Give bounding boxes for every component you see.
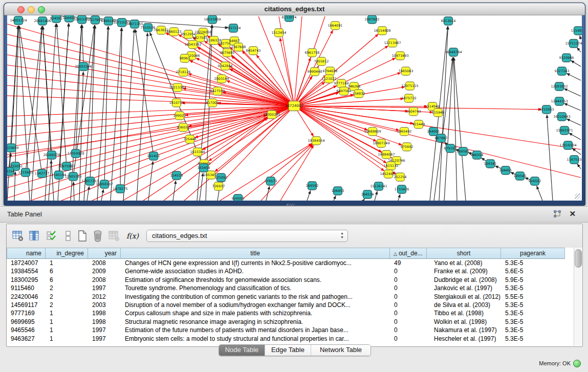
table-row[interactable]: 1872400712008Changes of HCN gene express… <box>7 259 574 267</box>
table-row[interactable]: 946554611997Estimation of the future num… <box>7 326 574 334</box>
window-titlebar[interactable]: citations_edges.txt <box>4 3 585 15</box>
table-cell-short[interactable]: Tibbo et al. (1998) <box>427 309 501 317</box>
table-cell-short[interactable]: Franke et al. (2009) <box>427 267 501 275</box>
table-cell-year[interactable]: 1998 <box>88 309 121 317</box>
column-header-name[interactable]: name <box>7 248 46 259</box>
table-cell-short[interactable]: Dudbridge et al. (2008) <box>427 276 501 284</box>
table-row[interactable]: 1830029562008Estimation of significance … <box>7 276 574 284</box>
table-cell-title[interactable]: Corpus callosum shape and size in male p… <box>121 309 390 317</box>
table-cell-title[interactable]: Structural magnetic resonance image aver… <box>121 318 390 326</box>
table-select-dropdown[interactable]: citations_edges.txt ▲▼ <box>146 230 348 242</box>
table-cell-pagerank[interactable]: 5.3E-5 <box>501 301 565 309</box>
table-cell-name[interactable]: 9463627 <box>7 335 46 343</box>
table-cell-name[interactable]: 9115460 <box>7 284 46 292</box>
table-cell-pagerank[interactable]: 5.3E-5 <box>501 335 565 343</box>
table-cell-out_de[interactable]: 0 <box>390 309 427 317</box>
table-cell-title[interactable]: Investigating the contribution of common… <box>121 293 390 301</box>
table-row[interactable]: 911546021997Tourette syndrome. Phenomeno… <box>7 284 574 292</box>
table-cell-pagerank[interactable]: 5.3E-5 <box>501 309 565 317</box>
table-cell-short[interactable]: Hescheler et al. (1997) <box>427 335 501 343</box>
table-cell-short[interactable]: Jankovic et al. (1997) <box>427 284 501 292</box>
table-columns-icon[interactable] <box>27 229 41 243</box>
column-header-title[interactable]: title <box>121 248 390 259</box>
table-cell-in_degree[interactable]: 1 <box>46 326 88 334</box>
table-cell-pagerank[interactable]: 5.3E-5 <box>501 318 565 326</box>
table-cell-in_degree[interactable]: 6 <box>46 276 88 284</box>
delete-icon[interactable] <box>91 229 105 243</box>
table-row[interactable]: 2242004622012Investigating the contribut… <box>7 293 574 301</box>
table-cell-year[interactable]: 2009 <box>88 267 121 275</box>
table-cell-in_degree[interactable]: 1 <box>46 309 88 317</box>
table-cell-year[interactable]: 2008 <box>88 276 121 284</box>
table-cell-pagerank[interactable]: 5.3E-5 <box>501 326 565 334</box>
table-cell-in_degree[interactable]: 2 <box>46 301 88 309</box>
table-cell-year[interactable]: 2012 <box>88 293 121 301</box>
column-header-short[interactable]: short <box>427 248 501 259</box>
table-settings-icon[interactable] <box>11 229 25 243</box>
table-cell-short[interactable]: Nakamura et al. (1997) <box>427 326 501 334</box>
table-cell-year[interactable]: 2008 <box>88 259 121 267</box>
table-row[interactable]: 946362711997Embryonic stem cells: a mode… <box>7 335 574 343</box>
table-row[interactable]: 977716911998Corpus callosum shape and si… <box>7 309 574 317</box>
table-row[interactable]: 969969511998Structural magnetic resonanc… <box>7 318 574 326</box>
table-cell-year[interactable]: 1997 <box>88 284 121 292</box>
table-cell-out_de[interactable]: 49 <box>390 259 427 267</box>
table-cell-in_degree[interactable]: 2 <box>46 293 88 301</box>
table-cell-name[interactable]: 19384554 <box>7 267 46 275</box>
table-cell-in_degree[interactable]: 2 <box>46 284 88 292</box>
table-vertical-scrollbar[interactable] <box>574 248 582 346</box>
table-cell-name[interactable]: 9777169 <box>7 309 46 317</box>
table-cell-year[interactable]: 1998 <box>88 318 121 326</box>
scrollbar-thumb[interactable] <box>575 249 582 268</box>
table-cell-title[interactable]: Changes of HCN gene expression and I(f) … <box>121 259 390 267</box>
table-cell-out_de[interactable]: 0 <box>390 293 427 301</box>
tab-network-table[interactable]: Network Table <box>311 345 371 356</box>
table-cell-short[interactable]: de Silva et al. (2003) <box>427 301 501 309</box>
network-canvas[interactable]: 1872400786601238912954182260589827503818… <box>7 15 582 201</box>
table-cell-name[interactable]: 18724007 <box>7 259 46 267</box>
table-cell-name[interactable]: 18300295 <box>7 276 46 284</box>
table-cell-name[interactable]: 14569117 <box>7 301 46 309</box>
table-cell-title[interactable]: Embryonic stem cells: a model to study s… <box>121 335 390 343</box>
delete-table-icon[interactable] <box>107 229 121 243</box>
table-cell-name[interactable]: 9699695 <box>7 318 46 326</box>
tab-edge-table[interactable]: Edge Table <box>265 345 311 356</box>
table-cell-year[interactable]: 1997 <box>88 326 121 334</box>
table-cell-pagerank[interactable]: 5.9E-5 <box>501 276 565 284</box>
canvas-resize-grip[interactable] <box>575 193 581 200</box>
column-header-out_de[interactable]: △out_de... <box>390 248 427 259</box>
merge-cells-icon[interactable] <box>61 229 75 243</box>
table-cell-title[interactable]: Tourette syndrome. Phenomenology and cla… <box>121 284 390 292</box>
table-cell-out_de[interactable]: 0 <box>390 267 427 275</box>
table-cell-short[interactable]: Stergiakouli et al. (2012) <box>427 293 501 301</box>
table-cell-in_degree[interactable]: 6 <box>46 267 88 275</box>
table-cell-name[interactable]: 22420046 <box>7 293 46 301</box>
table-cell-in_degree[interactable]: 1 <box>46 335 88 343</box>
table-cell-pagerank[interactable]: 5.3E-5 <box>501 259 565 267</box>
table-cell-name[interactable]: 9465546 <box>7 326 46 334</box>
close-panel-icon[interactable]: ✕ <box>569 209 576 218</box>
select-rows-icon[interactable] <box>45 229 59 243</box>
table-cell-year[interactable]: 2003 <box>88 301 121 309</box>
table-cell-pagerank[interactable]: 5.6E-5 <box>501 267 565 275</box>
table-cell-short[interactable]: Yano et al. (2008) <box>427 259 501 267</box>
table-cell-title[interactable]: Genome-wide association studies in ADHD. <box>121 267 390 275</box>
new-document-icon[interactable] <box>75 229 90 243</box>
column-header-year[interactable]: year <box>88 248 121 259</box>
tab-node-table[interactable]: Node Table <box>219 345 265 356</box>
table-cell-year[interactable]: 1997 <box>88 335 121 343</box>
table-cell-title[interactable]: Estimation of significance thresholds fo… <box>121 276 390 284</box>
column-header-pagerank[interactable]: pagerank <box>501 248 565 259</box>
column-header-in_degree[interactable]: in_degree <box>46 248 88 259</box>
table-row[interactable]: 1456911722003Disruption of a novel membe… <box>7 301 574 309</box>
table-cell-out_de[interactable]: 0 <box>390 276 427 284</box>
float-panel-icon[interactable] <box>553 210 561 218</box>
table-cell-out_de[interactable]: 0 <box>390 284 427 292</box>
table-cell-short[interactable]: Wolkin et al. (1998) <box>427 318 501 326</box>
table-cell-out_de[interactable]: 0 <box>390 301 427 309</box>
table-cell-title[interactable]: Disruption of a novel member of a sodium… <box>121 301 390 309</box>
function-icon[interactable]: f(x) <box>125 229 140 243</box>
table-cell-out_de[interactable]: 0 <box>390 335 427 343</box>
table-cell-pagerank[interactable]: 5.5E-5 <box>501 293 565 301</box>
table-row[interactable]: 1938455462009Genome-wide association stu… <box>7 267 574 275</box>
